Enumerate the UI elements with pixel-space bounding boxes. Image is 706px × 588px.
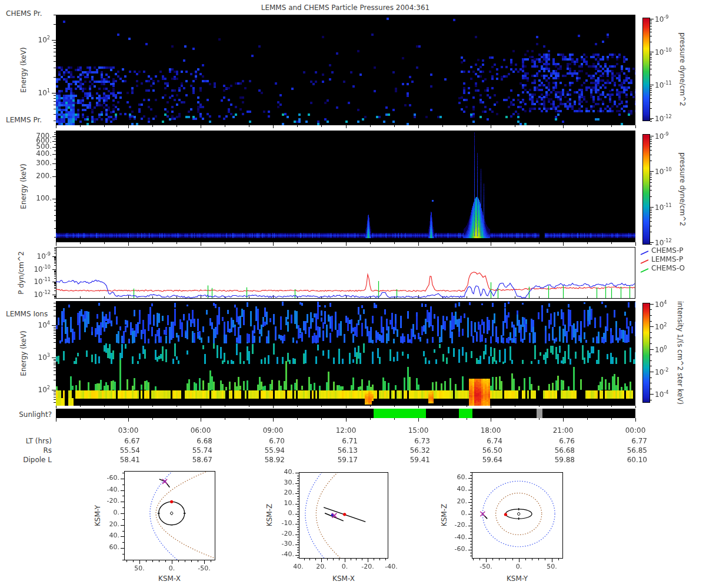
- axis-tick: [650, 175, 652, 175]
- orbit-ytick-label: 20.: [284, 489, 295, 496]
- axis-tick: [650, 29, 652, 29]
- axis-tick: [315, 559, 316, 560]
- axis-tick: [532, 559, 532, 560]
- axis-tick: [54, 365, 56, 365]
- ions-ytick-label: 103: [38, 353, 50, 362]
- axis-tick: [650, 75, 652, 75]
- orbit-frame: [299, 472, 388, 559]
- axis-tick: [650, 244, 652, 245]
- axis-tick: [54, 258, 56, 259]
- axis-tick: [54, 48, 56, 49]
- orbit-ytick-label: 10.: [284, 500, 295, 507]
- colorbar-tick-label: 104: [655, 300, 667, 309]
- axis-tick: [54, 397, 56, 397]
- axis-tick: [297, 532, 299, 532]
- axis-tick: [470, 529, 472, 529]
- axis-tick: [650, 360, 652, 361]
- orbit-ytick-label: -20.: [282, 530, 294, 537]
- axis-tick: [126, 560, 127, 562]
- axis-tick: [54, 368, 56, 368]
- axis-tick: [54, 298, 56, 299]
- axis-tick: [563, 125, 564, 128]
- axis-tick: [611, 125, 612, 127]
- colorbar-tick-label: 10-10: [655, 167, 672, 176]
- ephemeris-value: 56.85: [627, 447, 647, 455]
- axis-tick: [52, 93, 56, 93]
- colorbar-tick-label: 10-10: [655, 48, 672, 56]
- axis-tick: [650, 377, 652, 378]
- axis-tick: [165, 560, 166, 562]
- axis-tick: [54, 95, 56, 96]
- axis-tick: [54, 42, 56, 43]
- axis-tick: [146, 560, 146, 562]
- axis-tick: [54, 278, 56, 279]
- axis-tick: [204, 560, 205, 564]
- axis-tick: [558, 559, 559, 560]
- axis-tick: [54, 270, 56, 271]
- axis-tick: [563, 406, 564, 408]
- axis-tick: [468, 502, 472, 503]
- axis-tick: [159, 560, 159, 562]
- axis-tick: [650, 332, 652, 333]
- axis-tick: [321, 125, 322, 127]
- ephemeris-value: 55.94: [265, 447, 285, 455]
- axis-tick: [54, 329, 56, 329]
- axis-tick: [54, 105, 56, 105]
- ephemeris-value: 58.67: [192, 456, 212, 464]
- axis-tick: [470, 553, 472, 553]
- axis-tick: [56, 125, 56, 128]
- axis-tick: [650, 136, 654, 136]
- axis-tick: [515, 242, 515, 244]
- ephemeris-value: 59.88: [555, 456, 575, 464]
- time-axis-label: 18:00: [481, 427, 501, 435]
- axis-tick: [139, 560, 140, 564]
- axis-tick: [650, 20, 652, 21]
- axis-tick: [225, 418, 225, 420]
- axis-tick: [273, 406, 274, 408]
- axis-tick: [442, 418, 443, 420]
- axis-tick: [650, 22, 652, 22]
- axis-tick: [52, 136, 56, 137]
- orbit-xtick-label: -20.: [361, 563, 374, 570]
- ephemeris-value: 6.74: [487, 437, 502, 445]
- legend-label: LEMMS-P: [651, 255, 683, 263]
- time-axis-label: 12:00: [336, 427, 357, 435]
- axis-tick: [470, 523, 472, 523]
- axis-tick: [54, 114, 56, 115]
- orbit-ytick-label: -60.: [107, 475, 119, 482]
- time-axis-label: 00:00: [625, 427, 646, 435]
- axis-tick: [650, 54, 652, 54]
- axis-tick: [122, 496, 124, 496]
- axis-tick: [104, 242, 105, 244]
- axis-tick: [295, 473, 299, 473]
- legend-item-chems-p: CHEMS-P: [640, 248, 705, 256]
- orbit-ytick-label: 60.: [457, 474, 468, 481]
- axis-tick: [374, 559, 374, 560]
- axis-tick: [297, 522, 299, 522]
- axis-tick: [297, 406, 298, 407]
- axis-tick: [54, 68, 56, 68]
- axis-tick: [54, 159, 56, 159]
- axis-tick: [650, 86, 652, 87]
- axis-tick: [249, 242, 249, 244]
- axis-tick: [52, 176, 56, 177]
- axis-tick: [468, 514, 472, 514]
- axis-tick: [295, 544, 299, 545]
- axis-tick: [479, 559, 480, 560]
- axis-tick: [54, 206, 56, 206]
- axis-tick: [539, 406, 540, 407]
- axis-tick: [491, 125, 491, 128]
- axis-tick: [176, 242, 177, 244]
- axis-tick: [470, 487, 472, 487]
- axis-tick: [650, 88, 652, 89]
- axis-tick: [467, 418, 467, 420]
- axis-tick: [467, 125, 467, 127]
- axis-tick: [54, 283, 56, 283]
- axis-tick: [470, 534, 472, 535]
- axis-tick: [394, 125, 395, 127]
- orbit-ytick-label: 40.: [284, 469, 295, 476]
- axis-tick: [650, 141, 652, 142]
- ephemeris-value: 6.71: [342, 437, 358, 445]
- axis-tick: [370, 242, 371, 244]
- axis-tick: [133, 560, 134, 562]
